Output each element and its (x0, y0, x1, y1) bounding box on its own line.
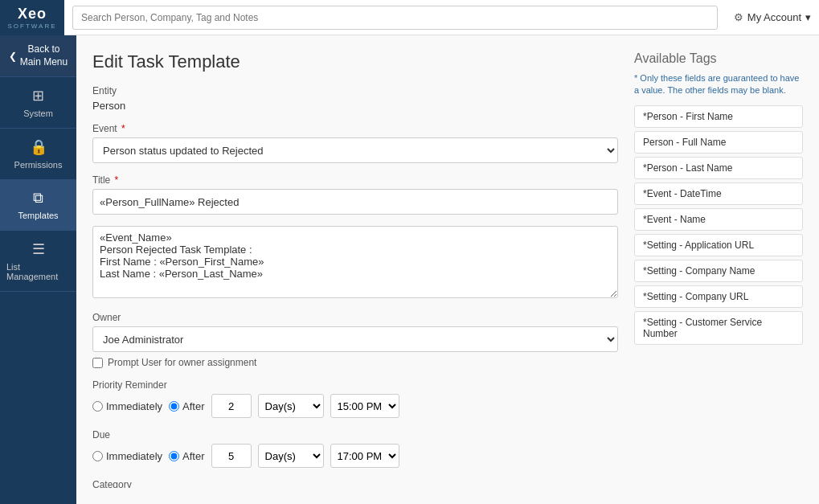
priority-row: Immediately After Day(s) Week(s) Month(s… (92, 394, 618, 418)
priority-immediately-option: Immediately (92, 400, 162, 412)
system-icon: ⊞ (32, 87, 44, 104)
tag-item[interactable]: *Setting - Application URL (634, 234, 803, 256)
priority-days-input[interactable] (211, 394, 252, 418)
due-after-radio[interactable] (169, 451, 179, 461)
tags-title: Available Tags (634, 51, 803, 66)
event-required-marker: * (119, 123, 125, 134)
content-area: Edit Task Template Entity Person Event *… (76, 35, 819, 504)
due-after-label: After (182, 450, 204, 462)
priority-days-select[interactable]: Day(s) Week(s) Month(s) (258, 394, 324, 418)
prompt-owner-row: Prompt User for owner assignment (92, 357, 618, 368)
tag-item[interactable]: *Event - Name (634, 208, 803, 231)
due-immediately-label: Immediately (106, 450, 162, 462)
owner-select[interactable]: Joe Administrator (92, 326, 618, 352)
due-immediately-radio[interactable] (92, 451, 103, 461)
sidebar-item-label: Templates (18, 211, 58, 220)
sidebar-item-templates[interactable]: ⧉ Templates (0, 180, 76, 231)
search-input[interactable] (72, 6, 718, 30)
tag-item[interactable]: *Person - Last Name (634, 157, 803, 179)
logo-text: Xeo (18, 6, 47, 23)
body-group (92, 226, 618, 301)
priority-immediately-radio[interactable] (92, 401, 103, 412)
category-label: Category (92, 479, 618, 488)
page-title: Edit Task Template (92, 51, 618, 72)
body-textarea[interactable] (92, 226, 618, 298)
event-label: Event * (92, 123, 618, 134)
sidebar: ❮ Back toMain Menu ⊞ System 🔒 Permission… (0, 35, 76, 504)
title-label: Title * (92, 174, 618, 186)
priority-immediately-label: Immediately (106, 400, 162, 412)
owner-label: Owner (92, 312, 618, 323)
tag-item[interactable]: *Setting - Company URL (634, 285, 803, 308)
due-time-select[interactable]: 17:00 PM (330, 444, 399, 468)
priority-group: Priority Reminder Immediately After Day(… (92, 379, 618, 418)
form-section: Edit Task Template Entity Person Event *… (92, 51, 618, 488)
sidebar-item-label: Permissions (14, 160, 63, 170)
tag-item[interactable]: *Setting - Company Name (634, 260, 803, 282)
tag-item[interactable]: *Setting - Customer Service Number (634, 311, 803, 345)
due-after-option: After (169, 450, 204, 462)
lock-icon: 🔒 (30, 138, 47, 156)
due-days-input[interactable] (211, 444, 252, 468)
logo: Xeo SOFTWARE (0, 0, 64, 35)
title-input[interactable] (92, 189, 618, 215)
list-icon: ☰ (32, 240, 45, 258)
title-required-marker: * (112, 174, 118, 186)
due-label: Due (92, 429, 618, 440)
sidebar-item-system[interactable]: ⊞ System (0, 77, 76, 129)
back-icon: ❮ (9, 51, 17, 62)
sidebar-item-permissions[interactable]: 🔒 Permissions (0, 129, 76, 180)
entity-value: Person (92, 100, 125, 112)
sidebar-back-label: Back toMain Menu (20, 43, 68, 68)
priority-after-radio[interactable] (169, 401, 179, 412)
tags-list: *Person - First Name Person - Full Name … (634, 105, 803, 345)
category-group: Category Prospect Renew (92, 479, 618, 488)
due-row: Immediately After Day(s) Week(s) Month(s… (92, 444, 618, 468)
topbar: Xeo SOFTWARE ⚙ My Account ▾ (0, 0, 819, 35)
entity-label: Entity (92, 85, 618, 96)
account-button[interactable]: ⚙ My Account ▾ (734, 11, 811, 23)
templates-icon: ⧉ (33, 190, 43, 207)
tag-item[interactable]: *Person - First Name (634, 105, 803, 128)
priority-time-select[interactable]: 15:00 PM (330, 394, 399, 418)
sidebar-item-list-management[interactable]: ☰ List Management (0, 231, 76, 292)
title-group: Title * (92, 174, 618, 215)
main-layout: ❮ Back toMain Menu ⊞ System 🔒 Permission… (0, 35, 819, 504)
priority-label: Priority Reminder (92, 379, 618, 391)
sidebar-back-button[interactable]: ❮ Back toMain Menu (0, 35, 76, 77)
due-immediately-option: Immediately (92, 450, 162, 462)
sidebar-item-label: List Management (6, 262, 70, 281)
chevron-down-icon: ▾ (805, 11, 811, 23)
prompt-owner-checkbox[interactable] (92, 358, 103, 368)
event-select[interactable]: Person status updated to Rejected (92, 137, 618, 163)
tags-note: * Only these fields are guaranteed to ha… (634, 72, 803, 97)
logo-sub: SOFTWARE (7, 23, 56, 30)
prompt-owner-label: Prompt User for owner assignment (108, 357, 256, 368)
gear-icon: ⚙ (734, 11, 743, 23)
tag-item[interactable]: *Event - DateTime (634, 182, 803, 205)
due-days-select[interactable]: Day(s) Week(s) Month(s) (258, 444, 324, 468)
entity-group: Entity Person (92, 85, 618, 112)
priority-after-option: After (169, 400, 204, 412)
due-group: Due Immediately After Day(s) Week(s) Mo (92, 429, 618, 468)
account-label: My Account (747, 11, 801, 23)
sidebar-item-label: System (23, 109, 53, 118)
tags-section: Available Tags * Only these fields are g… (634, 51, 803, 488)
owner-group: Owner Joe Administrator Prompt User for … (92, 312, 618, 368)
tag-item[interactable]: Person - Full Name (634, 131, 803, 154)
priority-after-label: After (182, 400, 204, 412)
event-group: Event * Person status updated to Rejecte… (92, 123, 618, 163)
